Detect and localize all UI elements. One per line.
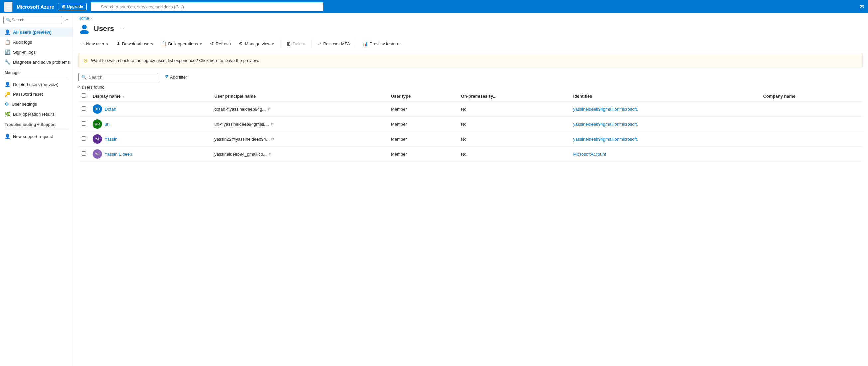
row-checkbox-cell[interactable]: [79, 117, 89, 132]
upn-cell: dotan@yassineldeeb94g... ⧉: [211, 102, 388, 117]
upgrade-button[interactable]: ⊕ Upgrade: [58, 3, 87, 10]
identity-link[interactable]: MicrosoftAccount: [573, 152, 607, 157]
sidebar-item-user-settings[interactable]: ⚙ User settings: [0, 99, 73, 109]
identity-link[interactable]: yassineldeeb94gmail.onmicrosoft.: [573, 122, 639, 127]
refresh-button[interactable]: ↺ Refresh: [207, 39, 234, 48]
banner-text: Want to switch back to the legacy users …: [91, 58, 259, 63]
on-premises-cell: No: [458, 102, 570, 117]
col-upn[interactable]: User principal name: [211, 91, 388, 102]
audit-logs-label: Audit logs: [13, 39, 32, 45]
row-checkbox[interactable]: [82, 107, 86, 111]
col-company[interactable]: Company name: [760, 91, 863, 102]
sidebar-item-deleted-users[interactable]: 👤 Deleted users (preview): [0, 79, 73, 89]
page-title: Users: [94, 24, 114, 33]
col-on-premises[interactable]: On-premises sy...: [458, 91, 570, 102]
table-header: Display name ↑ User principal name User …: [79, 91, 863, 102]
preview-features-button[interactable]: 📊 Preview features: [359, 39, 405, 48]
refresh-icon: ↺: [210, 41, 214, 46]
manage-view-label: Manage view: [245, 41, 270, 46]
table-row: DO Dotan dotan@yassineldeeb94g... ⧉ Memb…: [79, 102, 863, 117]
user-name-link[interactable]: Yassin: [105, 137, 117, 142]
table-row: YE Yassin Eldeeb yassineldeeb94_gmail.co…: [79, 147, 863, 162]
user-settings-icon: ⚙: [5, 102, 9, 107]
row-checkbox-cell[interactable]: [79, 147, 89, 162]
manage-view-button[interactable]: ⚙ Manage view ∨: [235, 39, 277, 48]
copy-icon[interactable]: ⧉: [272, 137, 275, 141]
diagnose-label: Diagnose and solve problems: [13, 60, 70, 64]
refresh-label: Refresh: [216, 41, 231, 46]
download-users-button[interactable]: ⬇ Download users: [113, 39, 156, 48]
breadcrumb-home[interactable]: Home: [79, 16, 89, 21]
filter-search-input[interactable]: [89, 75, 155, 80]
sidebar-item-diagnose[interactable]: 🔧 Diagnose and solve problems: [0, 57, 73, 67]
sidebar-item-audit-logs[interactable]: 📋 Audit logs: [0, 37, 73, 47]
toolbar-separator-3: [356, 39, 356, 48]
identity-link[interactable]: yassineldeeb94gmail.onmicrosoft.: [573, 137, 639, 142]
copy-icon[interactable]: ⧉: [268, 107, 271, 111]
identity-link[interactable]: yassineldeeb94gmail.onmicrosoft.: [573, 107, 639, 112]
sidebar-search-container: 🔍 «: [0, 13, 73, 27]
select-all-header[interactable]: [79, 91, 89, 102]
company-cell: [760, 117, 863, 132]
upgrade-icon: ⊕: [62, 4, 66, 9]
row-checkbox-cell[interactable]: [79, 132, 89, 147]
col-user-type[interactable]: User type: [388, 91, 458, 102]
diagnose-icon: 🔧: [5, 59, 10, 64]
preview-features-label: Preview features: [370, 41, 402, 46]
copy-icon[interactable]: ⧉: [271, 122, 274, 126]
svg-point-0: [82, 25, 87, 29]
svg-point-1: [80, 30, 89, 34]
bulk-results-icon: 🌿: [5, 111, 10, 117]
users-table: Display name ↑ User principal name User …: [79, 91, 863, 162]
avatar: DO: [93, 105, 102, 114]
hamburger-button[interactable]: ☰: [4, 2, 12, 12]
info-banner[interactable]: ⊖ Want to switch back to the legacy user…: [79, 54, 863, 67]
global-search-input[interactable]: [91, 2, 323, 11]
manage-divider: [5, 78, 68, 78]
sidebar-item-new-support[interactable]: 👤 New support request: [0, 132, 73, 141]
delete-button[interactable]: 🗑 Delete: [283, 39, 309, 48]
download-icon: ⬇: [116, 41, 120, 46]
row-checkbox[interactable]: [82, 136, 86, 141]
new-support-label: New support request: [13, 134, 53, 139]
add-filter-button[interactable]: ⧩ Add filter: [161, 73, 190, 81]
user-name-link[interactable]: Yassin Eldeeb: [105, 152, 132, 157]
upn-value: yassin22@yassineldeeb94...: [214, 137, 270, 142]
support-section-label: Troubleshooting + Support: [0, 119, 73, 129]
sidebar-collapse-button[interactable]: «: [64, 17, 69, 23]
new-user-label: New user: [86, 41, 104, 46]
bulk-operations-button[interactable]: 📋 Bulk operations ∨: [157, 39, 205, 48]
content-area: 🔍 « 👤 All users (preview) 📋 Audit logs 🔄…: [0, 13, 868, 366]
col-display-name[interactable]: Display name ↑: [89, 91, 211, 102]
row-checkbox[interactable]: [82, 151, 86, 156]
copy-icon[interactable]: ⧉: [269, 152, 272, 157]
row-checkbox[interactable]: [82, 121, 86, 126]
new-user-button[interactable]: + New user ∨: [79, 39, 112, 48]
banner-icon: ⊖: [84, 57, 88, 63]
avatar: YE: [93, 149, 102, 159]
col-identities[interactable]: Identities: [570, 91, 760, 102]
user-type-cell: Member: [388, 117, 458, 132]
user-name-link[interactable]: Dotan: [105, 107, 116, 112]
filter-bar: 🔍 ⧩ Add filter: [73, 71, 868, 83]
more-options-button[interactable]: ···: [117, 25, 126, 33]
per-user-mfa-button[interactable]: ↗ Per-user MFA: [314, 39, 353, 48]
select-all-checkbox[interactable]: [82, 93, 86, 98]
upn-cell: yassineldeeb94_gmail.co... ⧉: [211, 147, 388, 162]
toolbar-separator-1: [280, 39, 280, 48]
upn-value: uri@yassineldeeb94gmail....: [214, 122, 269, 127]
user-type-cell: Member: [388, 102, 458, 117]
sidebar-item-sign-in-logs[interactable]: 🔄 Sign-in logs: [0, 47, 73, 57]
mail-icon[interactable]: ✉: [860, 4, 864, 10]
bulk-ops-chevron-icon: ∨: [200, 42, 202, 46]
sidebar-item-bulk-results[interactable]: 🌿 Bulk operation results: [0, 109, 73, 119]
sidebar-item-password-reset[interactable]: 🔑 Password reset: [0, 89, 73, 99]
display-name-cell: DO Dotan: [89, 102, 211, 117]
per-user-mfa-icon: ↗: [318, 41, 322, 46]
row-checkbox-cell[interactable]: [79, 102, 89, 117]
user-name-link[interactable]: uri: [105, 122, 109, 127]
global-search-wrapper: 🔍: [91, 2, 323, 11]
sidebar-search-input[interactable]: [3, 16, 62, 24]
sidebar: 🔍 « 👤 All users (preview) 📋 Audit logs 🔄…: [0, 13, 73, 366]
sidebar-item-all-users[interactable]: 👤 All users (preview): [0, 27, 73, 37]
